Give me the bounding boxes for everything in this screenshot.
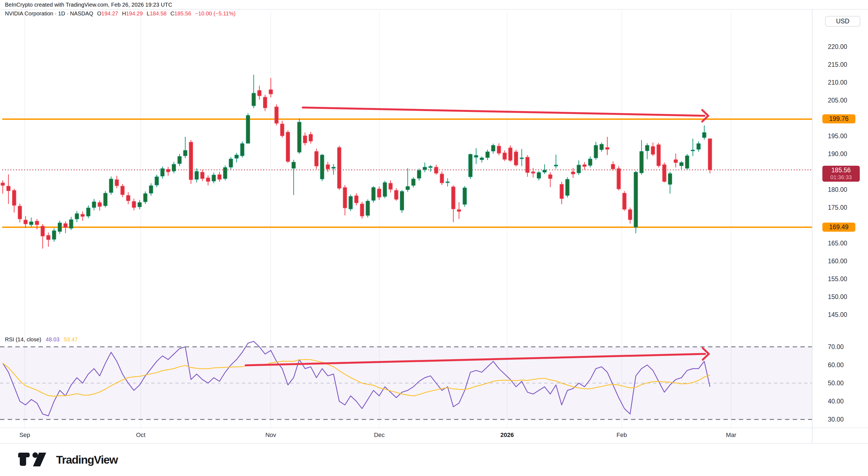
price-tick-label: 175.00 bbox=[828, 204, 847, 211]
last-price: 185.56 bbox=[823, 166, 860, 174]
candle-body bbox=[491, 146, 495, 151]
candle-body bbox=[280, 124, 284, 136]
candle-body bbox=[223, 168, 227, 179]
bar-countdown: 01:36:33 bbox=[823, 174, 860, 181]
header-divider bbox=[0, 9, 868, 10]
price-tick-label: 220.00 bbox=[828, 43, 847, 50]
candle-body bbox=[657, 145, 660, 166]
price-tick-label: 165.00 bbox=[828, 240, 847, 247]
candle-body bbox=[172, 164, 176, 171]
candle-body bbox=[149, 186, 153, 193]
tradingview-logo[interactable]: TradingView bbox=[18, 451, 118, 468]
candle-body bbox=[320, 155, 324, 179]
widget-bottom-divider bbox=[0, 443, 868, 444]
candle-body bbox=[338, 148, 341, 188]
candle-body bbox=[58, 223, 62, 231]
candle-body bbox=[429, 166, 432, 168]
candle-body bbox=[520, 158, 524, 159]
rsi-tick-label: 30.00 bbox=[828, 416, 844, 423]
candle-body bbox=[514, 152, 518, 165]
price-tick-label: 190.00 bbox=[828, 150, 847, 157]
candle-body bbox=[360, 204, 364, 216]
price-tick-label: 205.00 bbox=[828, 97, 847, 104]
candle-body bbox=[377, 189, 381, 197]
candle-body bbox=[126, 195, 130, 201]
candle-body bbox=[435, 167, 438, 173]
candle-body bbox=[257, 90, 261, 96]
candle-body bbox=[486, 152, 489, 157]
candle-body bbox=[207, 178, 210, 181]
candle-body bbox=[680, 162, 683, 166]
time-tick-label: Dec bbox=[374, 432, 384, 439]
level-price-badge: 199.76 bbox=[823, 114, 855, 123]
candle-body bbox=[594, 146, 598, 158]
chart-canvas[interactable] bbox=[0, 0, 868, 476]
candle-body bbox=[697, 144, 700, 150]
candle-body bbox=[566, 179, 569, 195]
rsi-tick-label: 40.00 bbox=[828, 398, 844, 405]
candle-body bbox=[1, 183, 5, 185]
candle-body bbox=[583, 165, 586, 166]
candle-body bbox=[41, 226, 44, 236]
candle-body bbox=[354, 196, 358, 203]
rsi-value: 48.03 bbox=[45, 337, 59, 343]
time-tick-label: Sep bbox=[19, 432, 30, 439]
time-tick-label: 2026 bbox=[500, 432, 514, 439]
candle-body bbox=[412, 179, 415, 185]
candle-body bbox=[606, 148, 609, 149]
candle-body bbox=[446, 182, 450, 183]
candle-body bbox=[292, 162, 296, 168]
candle-body bbox=[611, 164, 615, 169]
candle-body bbox=[75, 214, 79, 219]
rsi-tick-label: 70.00 bbox=[828, 343, 844, 350]
candle-body bbox=[12, 190, 16, 205]
currency-toggle-button[interactable]: USD bbox=[825, 16, 860, 27]
candle-body bbox=[668, 174, 672, 184]
candle-body bbox=[600, 144, 603, 150]
rsi-legend[interactable]: RSI (14, close) 48.03 53.47 bbox=[5, 337, 78, 343]
rsi-ma-value: 53.47 bbox=[64, 337, 78, 343]
candle-body bbox=[691, 150, 694, 151]
candle-body bbox=[52, 231, 56, 240]
candle-body bbox=[543, 170, 547, 172]
ohlc-close: C185.56 bbox=[170, 10, 191, 17]
tradingview-chart-widget: BeInCrypto created with TradingView.com,… bbox=[0, 0, 868, 476]
change-value: −10.00 (−5.11%) bbox=[195, 10, 236, 17]
candle-body bbox=[703, 132, 706, 137]
candle-body bbox=[440, 174, 444, 183]
candle-body bbox=[343, 187, 347, 208]
candle-body bbox=[212, 175, 216, 181]
candle-body bbox=[571, 172, 575, 174]
last-price-badge: 185.56 01:36:33 bbox=[823, 166, 860, 182]
candle-body bbox=[497, 146, 501, 153]
ohlc-open: O194.27 bbox=[97, 10, 118, 17]
candle-body bbox=[634, 172, 638, 227]
candle-body bbox=[503, 153, 506, 159]
ohlc-high: H194.29 bbox=[122, 10, 143, 17]
symbol-legend[interactable]: NVIDIA Corporation · 1D · NASDAQ O194.27… bbox=[5, 10, 236, 17]
candle-body bbox=[24, 220, 28, 224]
candle-body bbox=[166, 169, 170, 172]
candle-body bbox=[98, 202, 101, 207]
candle-body bbox=[326, 165, 330, 169]
candle-body bbox=[383, 183, 387, 196]
candle-body bbox=[366, 201, 370, 216]
level-price-badge: 169.49 bbox=[823, 223, 855, 232]
candle-body bbox=[560, 184, 563, 199]
candle-body bbox=[663, 165, 666, 181]
candle-body bbox=[674, 160, 678, 162]
candle-body bbox=[178, 156, 181, 163]
candle-body bbox=[508, 148, 512, 160]
price-tick-label: 155.00 bbox=[828, 275, 847, 283]
candle-body bbox=[246, 116, 250, 143]
price-tick-label: 150.00 bbox=[828, 293, 847, 300]
candle-body bbox=[195, 171, 198, 180]
candle-body bbox=[469, 154, 472, 177]
candle-body bbox=[132, 201, 136, 208]
candle-body bbox=[349, 196, 352, 209]
candle-body bbox=[452, 187, 455, 209]
candle-body bbox=[651, 147, 655, 154]
time-tick-label: Oct bbox=[136, 432, 146, 439]
candle-body bbox=[645, 146, 649, 151]
candle-body bbox=[252, 93, 256, 105]
